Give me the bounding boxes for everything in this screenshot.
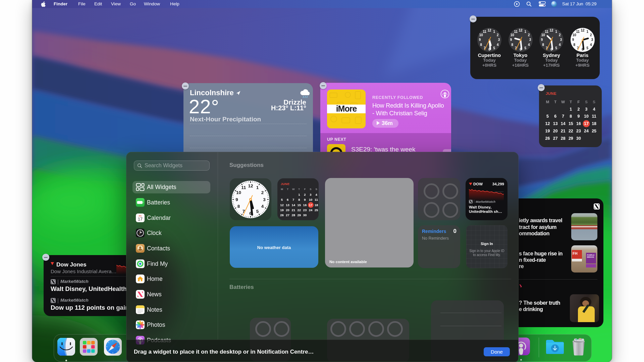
svg-text:11: 11	[576, 30, 580, 34]
svg-text:3: 3	[560, 38, 562, 42]
svg-text:4: 4	[559, 43, 561, 47]
svg-text:9: 9	[572, 38, 574, 42]
svg-text:11: 11	[514, 30, 518, 34]
svg-text:5: 5	[524, 46, 526, 50]
svg-text:4: 4	[261, 204, 264, 209]
svg-text:5: 5	[555, 46, 557, 50]
svg-text:1: 1	[524, 30, 526, 34]
svg-text:7: 7	[243, 209, 245, 214]
svg-text:9: 9	[510, 38, 512, 42]
svg-text:8: 8	[237, 204, 240, 209]
svg-text:9: 9	[235, 197, 238, 202]
svg-text:12: 12	[519, 28, 523, 32]
svg-text:2: 2	[497, 33, 499, 37]
svg-text:2: 2	[261, 190, 264, 195]
svg-text:10: 10	[479, 33, 483, 37]
svg-text:2: 2	[528, 33, 530, 37]
svg-text:10: 10	[541, 33, 545, 37]
svg-text:11: 11	[241, 185, 246, 190]
svg-text:JUL: JUL	[139, 215, 142, 217]
svg-text:5: 5	[586, 46, 588, 50]
svg-text:3: 3	[529, 38, 531, 42]
svg-text:12: 12	[549, 28, 553, 32]
svg-text:2: 2	[590, 33, 592, 37]
svg-text:10: 10	[510, 33, 514, 37]
svg-text:2: 2	[559, 33, 561, 37]
svg-text:12: 12	[581, 28, 585, 32]
svg-text:3: 3	[263, 197, 266, 202]
svg-text:9: 9	[479, 38, 481, 42]
svg-text:8: 8	[542, 43, 544, 47]
svg-text:5: 5	[493, 46, 495, 50]
svg-text:1: 1	[256, 185, 259, 190]
svg-text:1: 1	[555, 30, 557, 34]
svg-text:1: 1	[493, 30, 495, 34]
svg-text:11: 11	[483, 30, 486, 34]
svg-text:17: 17	[138, 217, 143, 222]
svg-text:10: 10	[236, 190, 241, 195]
svg-text:11: 11	[545, 30, 548, 34]
svg-text:4: 4	[590, 43, 592, 47]
svg-text:9: 9	[541, 38, 543, 42]
svg-text:8: 8	[480, 43, 482, 47]
svg-text:4: 4	[528, 43, 530, 47]
svg-text:10: 10	[572, 33, 576, 37]
svg-text:12: 12	[248, 183, 253, 188]
svg-text:4: 4	[497, 43, 499, 47]
svg-text:5: 5	[256, 209, 259, 214]
svg-text:1: 1	[586, 30, 588, 34]
svg-text:8: 8	[511, 43, 513, 47]
svg-text:3: 3	[498, 38, 500, 42]
svg-text:12: 12	[487, 28, 491, 32]
svg-text:8: 8	[573, 43, 575, 47]
svg-text:3: 3	[591, 38, 593, 42]
